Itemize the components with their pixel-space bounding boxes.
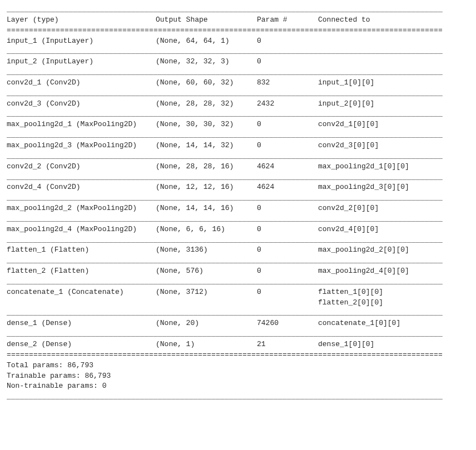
cell-param: 0 bbox=[257, 245, 318, 256]
table-row: dense_2 (Dense)(None, 1)21dense_1[0][0] bbox=[7, 339, 469, 350]
cell-shape: (None, 6, 6, 16) bbox=[156, 224, 257, 235]
separator-row: ________________________________________… bbox=[7, 46, 469, 57]
cell-shape: (None, 64, 64, 1) bbox=[156, 36, 257, 47]
separator-top: ________________________________________… bbox=[7, 4, 469, 15]
cell-shape: (None, 30, 30, 32) bbox=[156, 119, 257, 130]
separator-row: ________________________________________… bbox=[7, 214, 469, 224]
table-row: input_2 (InputLayer)(None, 32, 32, 3)0 bbox=[7, 57, 469, 67]
cell-shape: (None, 576) bbox=[156, 266, 257, 277]
separator-row: ________________________________________… bbox=[7, 277, 469, 287]
cell-connected: input_1[0][0] bbox=[318, 78, 469, 88]
cell-param: 0 bbox=[257, 141, 318, 151]
cell-layer: concatenate_1 (Concatenate) bbox=[7, 287, 156, 298]
cell-shape: (None, 20) bbox=[156, 318, 257, 329]
cell-shape: (None, 1) bbox=[156, 339, 257, 350]
table-row: conv2d_2 (Conv2D)(None, 28, 28, 16)4624m… bbox=[7, 162, 469, 172]
table-row: conv2d_4 (Conv2D)(None, 12, 12, 16)4624m… bbox=[7, 182, 469, 193]
total-params: Total params: 86,793 bbox=[7, 361, 469, 371]
cell-connected: conv2d_4[0][0] bbox=[318, 224, 469, 235]
header-shape: Output Shape bbox=[156, 15, 257, 26]
cell-shape: (None, 60, 60, 32) bbox=[156, 78, 257, 88]
separator-double: ========================================… bbox=[7, 26, 469, 36]
cell-connected: max_pooling2d_1[0][0] bbox=[318, 162, 469, 172]
header-connected: Connected to bbox=[318, 15, 469, 26]
cell-layer: max_pooling2d_2 (MaxPooling2D) bbox=[7, 203, 156, 214]
cell-connected bbox=[318, 57, 469, 67]
cell-param: 0 bbox=[257, 57, 318, 67]
header-param: Param # bbox=[257, 15, 318, 26]
cell-layer: max_pooling2d_3 (MaxPooling2D) bbox=[7, 141, 156, 151]
cell-shape: (None, 14, 14, 16) bbox=[156, 203, 257, 214]
cell-param: 2432 bbox=[257, 99, 318, 109]
cell-shape: (None, 28, 28, 32) bbox=[156, 99, 257, 109]
cell-layer: dense_2 (Dense) bbox=[7, 339, 156, 350]
cell-shape: (None, 12, 12, 16) bbox=[156, 182, 257, 193]
cell-param: 21 bbox=[257, 339, 318, 350]
cell-connected: conv2d_1[0][0] bbox=[318, 119, 469, 130]
cell-connected: max_pooling2d_4[0][0] bbox=[318, 266, 469, 277]
cell-connected: input_2[0][0] bbox=[318, 99, 469, 109]
header-row: Layer (type) Output Shape Param # Connec… bbox=[7, 15, 469, 26]
cell-param: 0 bbox=[257, 224, 318, 235]
cell-layer: max_pooling2d_4 (MaxPooling2D) bbox=[7, 224, 156, 235]
cell-connected: flatten_1[0][0] bbox=[318, 287, 469, 298]
table-row: concatenate_1 (Concatenate)(None, 3712)0… bbox=[7, 287, 469, 298]
cell-param: 4624 bbox=[257, 182, 318, 193]
separator-row: ________________________________________… bbox=[7, 109, 469, 119]
separator-row: ________________________________________… bbox=[7, 329, 469, 339]
table-row: flatten_2 (Flatten)(None, 576)0max_pooli… bbox=[7, 266, 469, 277]
separator-row: ________________________________________… bbox=[7, 256, 469, 266]
table-row: max_pooling2d_2 (MaxPooling2D)(None, 14,… bbox=[7, 203, 469, 214]
cell-connected: concatenate_1[0][0] bbox=[318, 318, 469, 329]
cell-connected: conv2d_3[0][0] bbox=[318, 141, 469, 151]
cell-layer: input_1 (InputLayer) bbox=[7, 36, 156, 47]
cell-connected: dense_1[0][0] bbox=[318, 339, 469, 350]
separator-row: ________________________________________… bbox=[7, 130, 469, 141]
cell-layer: flatten_2 (Flatten) bbox=[7, 266, 156, 277]
separator-row: ________________________________________… bbox=[7, 67, 469, 78]
separator-row: ________________________________________… bbox=[7, 151, 469, 162]
trainable-params: Trainable params: 86,793 bbox=[7, 371, 469, 382]
cell-param: 0 bbox=[257, 119, 318, 130]
cell-layer: flatten_1 (Flatten) bbox=[7, 245, 156, 256]
separator-row: ________________________________________… bbox=[7, 172, 469, 183]
cell-layer: input_2 (InputLayer) bbox=[7, 57, 156, 67]
separator-row: ________________________________________… bbox=[7, 235, 469, 246]
cell-layer: max_pooling2d_1 (MaxPooling2D) bbox=[7, 119, 156, 130]
table-row: max_pooling2d_1 (MaxPooling2D)(None, 30,… bbox=[7, 119, 469, 130]
separator-bottom-double: ========================================… bbox=[7, 350, 469, 361]
separator-final: ________________________________________… bbox=[7, 392, 469, 402]
cell-connected bbox=[318, 36, 469, 47]
separator-row: ________________________________________… bbox=[7, 193, 469, 203]
cell-connected: conv2d_2[0][0] bbox=[318, 203, 469, 214]
model-summary: ________________________________________… bbox=[7, 4, 469, 402]
cell-shape: (None, 3712) bbox=[156, 287, 257, 298]
cell-connected: max_pooling2d_3[0][0] bbox=[318, 182, 469, 193]
table-row: dense_1 (Dense)(None, 20)74260concatenat… bbox=[7, 318, 469, 329]
cell-shape: (None, 32, 32, 3) bbox=[156, 57, 257, 67]
cell-connected-extra: flatten_2[0][0] bbox=[7, 298, 469, 308]
cell-param: 4624 bbox=[257, 162, 318, 172]
rows-container: input_1 (InputLayer)(None, 64, 64, 1)0__… bbox=[7, 36, 469, 350]
cell-layer: conv2d_1 (Conv2D) bbox=[7, 78, 156, 88]
table-row: conv2d_1 (Conv2D)(None, 60, 60, 32)832in… bbox=[7, 78, 469, 88]
cell-layer: dense_1 (Dense) bbox=[7, 318, 156, 329]
cell-layer: conv2d_3 (Conv2D) bbox=[7, 99, 156, 109]
cell-param: 0 bbox=[257, 287, 318, 298]
cell-param: 74260 bbox=[257, 318, 318, 329]
cell-layer: conv2d_4 (Conv2D) bbox=[7, 182, 156, 193]
summary-footer: Total params: 86,793 Trainable params: 8… bbox=[7, 361, 469, 392]
table-row: flatten_1 (Flatten)(None, 3136)0max_pool… bbox=[7, 245, 469, 256]
cell-layer: conv2d_2 (Conv2D) bbox=[7, 162, 156, 172]
cell-param: 0 bbox=[257, 266, 318, 277]
nontrainable-params: Non-trainable params: 0 bbox=[7, 381, 469, 392]
cell-shape: (None, 28, 28, 16) bbox=[156, 162, 257, 172]
cell-shape: (None, 14, 14, 32) bbox=[156, 141, 257, 151]
table-row: max_pooling2d_3 (MaxPooling2D)(None, 14,… bbox=[7, 141, 469, 151]
separator-row: ________________________________________… bbox=[7, 88, 469, 99]
table-row: max_pooling2d_4 (MaxPooling2D)(None, 6, … bbox=[7, 224, 469, 235]
cell-shape: (None, 3136) bbox=[156, 245, 257, 256]
header-layer: Layer (type) bbox=[7, 15, 156, 26]
cell-param: 832 bbox=[257, 78, 318, 88]
cell-param: 0 bbox=[257, 36, 318, 47]
